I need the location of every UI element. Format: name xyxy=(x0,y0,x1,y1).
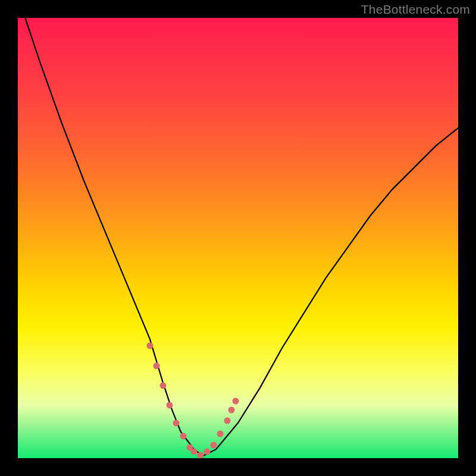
highlight-marker xyxy=(147,343,154,349)
chart-frame: TheBottleneck.com xyxy=(0,0,476,476)
highlight-marker xyxy=(191,448,198,455)
highlight-marker xyxy=(217,431,224,437)
watermark-text: TheBottleneck.com xyxy=(361,2,470,17)
highlight-marker xyxy=(154,362,160,369)
highlight-marker xyxy=(160,382,167,389)
highlight-marker xyxy=(173,419,180,426)
plot-area xyxy=(18,18,458,458)
highlight-marker xyxy=(233,397,239,404)
highlight-marker xyxy=(228,406,234,413)
highlight-marker xyxy=(204,448,211,455)
bottleneck-curve xyxy=(18,18,458,458)
highlight-marker xyxy=(180,433,186,440)
highlight-marker xyxy=(198,452,204,458)
highlight-marker xyxy=(211,441,217,448)
highlight-marker xyxy=(167,402,173,409)
highlight-marker xyxy=(224,418,230,424)
